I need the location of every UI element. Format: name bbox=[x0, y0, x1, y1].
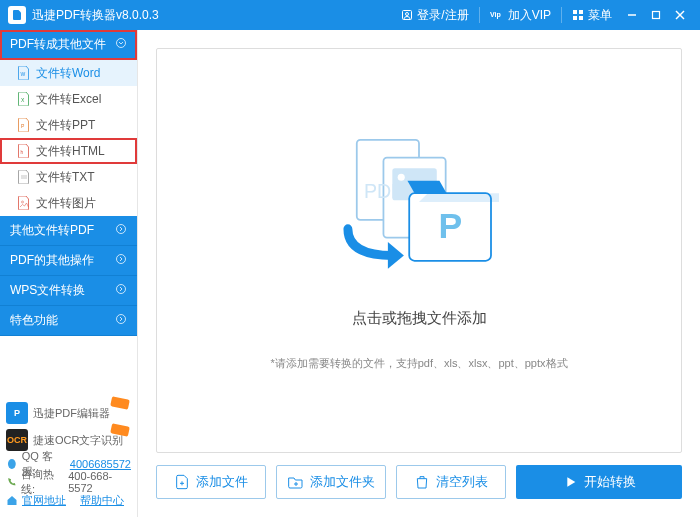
sub-to-word[interactable]: W 文件转Word bbox=[0, 60, 137, 86]
promo-editor[interactable]: P 迅捷PDF编辑器 bbox=[6, 401, 131, 425]
home-icon bbox=[6, 494, 18, 506]
phone-icon bbox=[6, 476, 17, 488]
drop-message: 点击或拖拽文件添加 bbox=[352, 309, 487, 328]
svg-text:Vip: Vip bbox=[490, 11, 501, 19]
txt-file-icon bbox=[18, 170, 30, 184]
svg-text:P: P bbox=[439, 205, 463, 245]
category-special[interactable]: 特色功能 bbox=[0, 306, 137, 336]
promo-ocr[interactable]: OCR 捷速OCR文字识别 bbox=[6, 428, 131, 452]
image-file-icon bbox=[18, 196, 30, 210]
category-wps[interactable]: WPS文件转换 bbox=[0, 276, 137, 306]
hot-badge-icon bbox=[110, 396, 130, 410]
minimize-button[interactable] bbox=[620, 3, 644, 27]
category-pdf-other-ops[interactable]: PDF的其他操作 bbox=[0, 246, 137, 276]
svg-rect-5 bbox=[573, 16, 577, 20]
sub-to-image[interactable]: 文件转图片 bbox=[0, 190, 137, 216]
maximize-button[interactable] bbox=[644, 3, 668, 27]
svg-point-28 bbox=[398, 173, 405, 180]
folder-plus-icon bbox=[288, 474, 304, 490]
file-plus-icon bbox=[174, 474, 190, 490]
svg-point-18 bbox=[22, 201, 24, 203]
start-convert-button[interactable]: 开始转换 bbox=[516, 465, 682, 499]
svg-point-21 bbox=[117, 285, 126, 294]
trash-icon bbox=[414, 474, 430, 490]
separator bbox=[561, 7, 562, 23]
excel-file-icon: X bbox=[18, 92, 30, 106]
svg-point-1 bbox=[406, 13, 409, 16]
pdf-badge-icon: P bbox=[6, 402, 28, 424]
menu-button[interactable]: 菜单 bbox=[564, 0, 620, 30]
user-icon bbox=[401, 9, 413, 21]
play-icon bbox=[562, 474, 578, 490]
help-link[interactable]: 帮助中心 bbox=[80, 493, 124, 508]
app-logo bbox=[8, 6, 26, 24]
separator bbox=[479, 7, 480, 23]
sidebar: PDF转成其他文件 W 文件转Word X 文件转Excel P 文件转PPT … bbox=[0, 30, 138, 517]
category-other-to-pdf[interactable]: 其他文件转PDF bbox=[0, 216, 137, 246]
svg-point-22 bbox=[117, 315, 126, 324]
app-title: 迅捷PDF转换器v8.0.0.3 bbox=[32, 7, 393, 24]
svg-text:W: W bbox=[21, 71, 26, 77]
category-pdf-to-other[interactable]: PDF转成其他文件 bbox=[0, 30, 137, 60]
svg-text:P: P bbox=[21, 123, 25, 129]
svg-text:X: X bbox=[21, 97, 25, 103]
svg-text:h: h bbox=[21, 150, 24, 155]
close-button[interactable] bbox=[668, 3, 692, 27]
chevron-right-icon bbox=[115, 283, 127, 298]
html-file-icon: h bbox=[18, 144, 30, 158]
qq-icon bbox=[6, 458, 18, 470]
drop-zone[interactable]: PDF P 点击或拖拽文件添加 *请添加需要转换的文件，支持pdf、xls、xl… bbox=[156, 48, 682, 453]
sub-to-html[interactable]: h 文件转HTML bbox=[0, 138, 137, 164]
tel-row: 咨询热线: 400-668-5572 bbox=[6, 473, 131, 491]
sub-to-txt[interactable]: 文件转TXT bbox=[0, 164, 137, 190]
qq-link[interactable]: 4006685572 bbox=[70, 458, 131, 470]
drop-hint: *请添加需要转换的文件，支持pdf、xls、xlsx、ppt、pptx格式 bbox=[270, 356, 567, 371]
action-bar: 添加文件 添加文件夹 清空列表 开始转换 bbox=[156, 465, 682, 499]
site-link[interactable]: 官网地址 bbox=[22, 493, 66, 508]
chevron-down-icon bbox=[115, 37, 127, 52]
promo-panel: P 迅捷PDF编辑器 OCR 捷速OCR文字识别 QQ 客服: 40066855… bbox=[0, 395, 137, 517]
main-panel: PDF P 点击或拖拽文件添加 *请添加需要转换的文件，支持pdf、xls、xl… bbox=[138, 30, 700, 517]
svg-point-19 bbox=[117, 225, 126, 234]
chevron-right-icon bbox=[115, 313, 127, 328]
add-folder-button[interactable]: 添加文件夹 bbox=[276, 465, 386, 499]
grid-icon bbox=[572, 9, 584, 21]
chevron-right-icon bbox=[115, 253, 127, 268]
svg-rect-6 bbox=[579, 16, 583, 20]
svg-point-23 bbox=[8, 459, 16, 469]
svg-rect-4 bbox=[579, 10, 583, 14]
vip-icon: Vip bbox=[490, 9, 504, 21]
svg-rect-3 bbox=[573, 10, 577, 14]
svg-rect-8 bbox=[653, 12, 660, 19]
drop-illustration-icon: PDF P bbox=[329, 131, 509, 291]
svg-point-11 bbox=[117, 39, 126, 48]
clear-list-button[interactable]: 清空列表 bbox=[396, 465, 506, 499]
word-file-icon: W bbox=[18, 66, 30, 80]
chevron-right-icon bbox=[115, 223, 127, 238]
ocr-badge-icon: OCR bbox=[6, 429, 28, 451]
ppt-file-icon: P bbox=[18, 118, 30, 132]
vip-button[interactable]: Vip 加入VIP bbox=[482, 0, 559, 30]
svg-point-20 bbox=[117, 255, 126, 264]
add-file-button[interactable]: 添加文件 bbox=[156, 465, 266, 499]
sub-to-excel[interactable]: X 文件转Excel bbox=[0, 86, 137, 112]
login-button[interactable]: 登录/注册 bbox=[393, 0, 476, 30]
titlebar: 迅捷PDF转换器v8.0.0.3 登录/注册 Vip 加入VIP 菜单 bbox=[0, 0, 700, 30]
sub-to-ppt[interactable]: P 文件转PPT bbox=[0, 112, 137, 138]
